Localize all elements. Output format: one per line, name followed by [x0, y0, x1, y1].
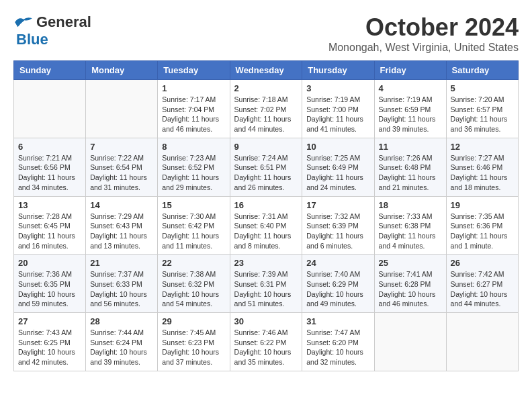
day-detail: Sunrise: 7:45 AMSunset: 6:23 PMDaylight:… [162, 328, 225, 367]
day-detail: Sunrise: 7:36 AMSunset: 6:35 PMDaylight:… [18, 269, 81, 309]
calendar-cell: 9Sunrise: 7:24 AMSunset: 6:51 PMDaylight… [230, 138, 302, 196]
calendar-cell: 30Sunrise: 7:46 AMSunset: 6:22 PMDayligh… [230, 313, 302, 371]
calendar-cell: 28Sunrise: 7:44 AMSunset: 6:24 PMDayligh… [86, 313, 158, 371]
day-detail: Sunrise: 7:26 AMSunset: 6:48 PMDaylight:… [379, 153, 442, 193]
day-detail: Sunrise: 7:28 AMSunset: 6:45 PMDaylight:… [18, 212, 81, 251]
calendar-title: October 2024 [328, 13, 519, 42]
day-detail: Sunrise: 7:37 AMSunset: 6:33 PMDaylight:… [90, 269, 153, 309]
day-detail: Sunrise: 7:46 AMSunset: 6:22 PMDaylight:… [234, 328, 298, 367]
day-number: 23 [234, 258, 298, 268]
day-number: 16 [234, 200, 298, 210]
day-number: 11 [379, 142, 442, 152]
day-number: 24 [306, 258, 369, 268]
calendar-cell: 8Sunrise: 7:23 AMSunset: 6:52 PMDaylight… [158, 138, 230, 196]
day-detail: Sunrise: 7:41 AMSunset: 6:28 PMDaylight:… [379, 269, 442, 309]
calendar-cell: 22Sunrise: 7:38 AMSunset: 6:32 PMDayligh… [158, 255, 230, 313]
day-number: 10 [306, 142, 369, 152]
logo-text-general: General [36, 13, 91, 31]
calendar-cell [14, 80, 86, 138]
day-detail: Sunrise: 7:17 AMSunset: 7:04 PMDaylight:… [162, 95, 225, 134]
day-number: 20 [18, 258, 81, 268]
day-detail: Sunrise: 7:18 AMSunset: 7:02 PMDaylight:… [234, 95, 298, 134]
day-number: 15 [162, 200, 225, 210]
day-detail: Sunrise: 7:33 AMSunset: 6:38 PMDaylight:… [379, 212, 442, 251]
calendar-cell: 24Sunrise: 7:40 AMSunset: 6:29 PMDayligh… [302, 255, 374, 313]
header-thursday: Thursday [302, 61, 374, 80]
day-number: 31 [306, 316, 369, 326]
calendar-table: Sunday Monday Tuesday Wednesday Thursday… [13, 60, 519, 371]
day-number: 6 [18, 142, 81, 152]
week-row-2: 6Sunrise: 7:21 AMSunset: 6:56 PMDaylight… [14, 138, 519, 196]
week-row-4: 20Sunrise: 7:36 AMSunset: 6:35 PMDayligh… [14, 255, 519, 313]
header-tuesday: Tuesday [158, 61, 230, 80]
calendar-cell: 15Sunrise: 7:30 AMSunset: 6:42 PMDayligh… [158, 196, 230, 255]
header-saturday: Saturday [446, 61, 518, 80]
calendar-cell: 7Sunrise: 7:22 AMSunset: 6:54 PMDaylight… [86, 138, 158, 196]
day-detail: Sunrise: 7:25 AMSunset: 6:49 PMDaylight:… [306, 153, 369, 193]
calendar-cell: 11Sunrise: 7:26 AMSunset: 6:48 PMDayligh… [374, 138, 446, 196]
calendar-cell: 21Sunrise: 7:37 AMSunset: 6:33 PMDayligh… [86, 255, 158, 313]
calendar-cell: 3Sunrise: 7:19 AMSunset: 7:00 PMDaylight… [302, 80, 374, 138]
calendar-cell: 19Sunrise: 7:35 AMSunset: 6:36 PMDayligh… [446, 196, 518, 255]
header-wednesday: Wednesday [230, 61, 302, 80]
day-number: 28 [90, 316, 153, 326]
calendar-cell: 13Sunrise: 7:28 AMSunset: 6:45 PMDayligh… [14, 196, 86, 255]
calendar-cell: 18Sunrise: 7:33 AMSunset: 6:38 PMDayligh… [374, 196, 446, 255]
title-area: October 2024 Monongah, West Virginia, Un… [328, 13, 519, 54]
day-number: 4 [379, 83, 442, 93]
calendar-cell: 16Sunrise: 7:31 AMSunset: 6:40 PMDayligh… [230, 196, 302, 255]
day-number: 13 [18, 200, 81, 210]
day-detail: Sunrise: 7:30 AMSunset: 6:42 PMDaylight:… [162, 212, 225, 251]
day-detail: Sunrise: 7:24 AMSunset: 6:51 PMDaylight:… [234, 153, 298, 193]
day-number: 22 [162, 258, 225, 268]
day-number: 18 [379, 200, 442, 210]
day-detail: Sunrise: 7:35 AMSunset: 6:36 PMDaylight:… [451, 212, 514, 251]
calendar-cell: 29Sunrise: 7:45 AMSunset: 6:23 PMDayligh… [158, 313, 230, 371]
day-number: 30 [234, 316, 298, 326]
calendar-cell: 12Sunrise: 7:27 AMSunset: 6:46 PMDayligh… [446, 138, 518, 196]
calendar-cell: 26Sunrise: 7:42 AMSunset: 6:27 PMDayligh… [446, 255, 518, 313]
calendar-cell [86, 80, 158, 138]
day-number: 12 [451, 142, 514, 152]
day-detail: Sunrise: 7:40 AMSunset: 6:29 PMDaylight:… [306, 269, 369, 309]
calendar-cell [374, 313, 446, 371]
day-number: 3 [306, 83, 369, 93]
day-detail: Sunrise: 7:29 AMSunset: 6:43 PMDaylight:… [90, 212, 153, 251]
day-detail: Sunrise: 7:32 AMSunset: 6:39 PMDaylight:… [306, 212, 369, 251]
logo-bird-icon [13, 15, 34, 29]
calendar-cell: 10Sunrise: 7:25 AMSunset: 6:49 PMDayligh… [302, 138, 374, 196]
logo: General Blue [13, 13, 91, 48]
day-detail: Sunrise: 7:38 AMSunset: 6:32 PMDaylight:… [162, 269, 225, 309]
header-monday: Monday [86, 61, 158, 80]
day-number: 2 [234, 83, 298, 93]
calendar-cell: 1Sunrise: 7:17 AMSunset: 7:04 PMDaylight… [158, 80, 230, 138]
calendar-cell [446, 313, 518, 371]
day-detail: Sunrise: 7:20 AMSunset: 6:57 PMDaylight:… [451, 95, 514, 134]
calendar-cell: 23Sunrise: 7:39 AMSunset: 6:31 PMDayligh… [230, 255, 302, 313]
week-row-1: 1Sunrise: 7:17 AMSunset: 7:04 PMDaylight… [14, 80, 519, 138]
day-number: 19 [451, 200, 514, 210]
calendar-cell: 20Sunrise: 7:36 AMSunset: 6:35 PMDayligh… [14, 255, 86, 313]
day-detail: Sunrise: 7:43 AMSunset: 6:25 PMDaylight:… [18, 328, 81, 367]
day-number: 29 [162, 316, 225, 326]
calendar-cell: 6Sunrise: 7:21 AMSunset: 6:56 PMDaylight… [14, 138, 86, 196]
calendar-header-row: Sunday Monday Tuesday Wednesday Thursday… [14, 61, 519, 80]
day-number: 14 [90, 200, 153, 210]
week-row-5: 27Sunrise: 7:43 AMSunset: 6:25 PMDayligh… [14, 313, 519, 371]
day-number: 21 [90, 258, 153, 268]
day-detail: Sunrise: 7:23 AMSunset: 6:52 PMDaylight:… [162, 153, 225, 193]
day-detail: Sunrise: 7:27 AMSunset: 6:46 PMDaylight:… [451, 153, 514, 193]
header-sunday: Sunday [14, 61, 86, 80]
day-detail: Sunrise: 7:19 AMSunset: 6:59 PMDaylight:… [379, 95, 442, 134]
calendar-cell: 4Sunrise: 7:19 AMSunset: 6:59 PMDaylight… [374, 80, 446, 138]
day-number: 27 [18, 316, 81, 326]
calendar-cell: 5Sunrise: 7:20 AMSunset: 6:57 PMDaylight… [446, 80, 518, 138]
calendar-cell: 2Sunrise: 7:18 AMSunset: 7:02 PMDaylight… [230, 80, 302, 138]
day-detail: Sunrise: 7:19 AMSunset: 7:00 PMDaylight:… [306, 95, 369, 134]
day-detail: Sunrise: 7:39 AMSunset: 6:31 PMDaylight:… [234, 269, 298, 309]
calendar-cell: 25Sunrise: 7:41 AMSunset: 6:28 PMDayligh… [374, 255, 446, 313]
day-number: 1 [162, 83, 225, 93]
day-number: 26 [451, 258, 514, 268]
day-number: 25 [379, 258, 442, 268]
calendar-cell: 17Sunrise: 7:32 AMSunset: 6:39 PMDayligh… [302, 196, 374, 255]
